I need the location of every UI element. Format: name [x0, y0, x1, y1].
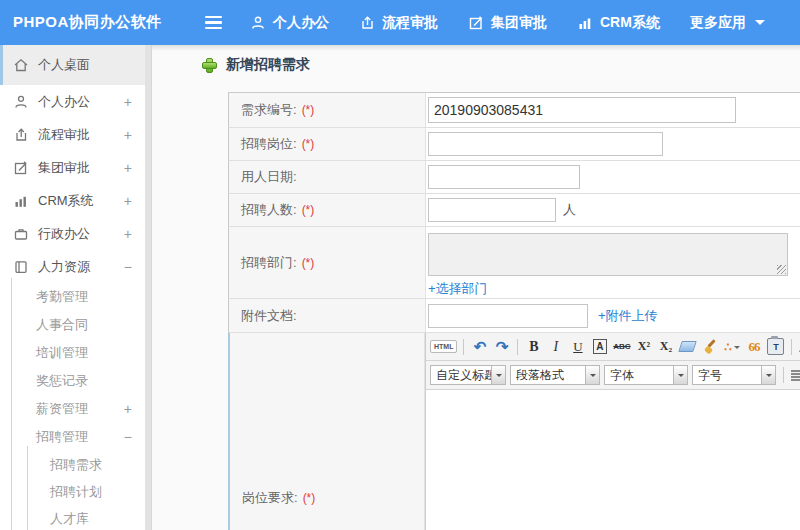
department-textarea[interactable] [428, 233, 788, 276]
eraser-icon [679, 341, 698, 352]
html-source-button[interactable]: HTML [430, 340, 457, 353]
sidebar-item-personal-office[interactable]: 个人办公 + [0, 85, 145, 118]
bold-button[interactable]: B [524, 337, 543, 357]
sidebar-item-label: 考勤管理 [36, 288, 88, 306]
select-value: 段落格式 [510, 365, 586, 385]
paragraph-format-select[interactable]: 段落格式 [510, 365, 600, 385]
sidebar-item-admin-office[interactable]: 行政办公 + [0, 217, 145, 250]
sidebar-item-label: 奖惩记录 [36, 372, 88, 390]
font-size-select[interactable]: 字号 [692, 365, 776, 385]
font-style-button[interactable]: A [593, 339, 606, 354]
sidebar-item-salary[interactable]: 薪资管理 + [0, 395, 145, 423]
process-icon [13, 127, 29, 143]
expand-icon[interactable]: + [124, 193, 132, 209]
eraser-button[interactable] [678, 337, 697, 357]
field-label: 需求编号: (*) [229, 93, 426, 127]
italic-button[interactable]: I [546, 337, 565, 357]
expand-icon[interactable]: + [124, 401, 132, 417]
field-label: 招聘人数: (*) [229, 194, 426, 226]
sidebar-item-label: 人才库 [50, 510, 89, 528]
briefcase-icon [13, 226, 29, 242]
list-style-button[interactable]: ∴ [722, 337, 741, 357]
sidebar-item-hr-contract[interactable]: 人事合同 [0, 311, 145, 339]
subscript-button[interactable]: X₂ [656, 337, 675, 357]
collapse-icon[interactable]: − [124, 259, 132, 275]
undo-icon[interactable]: ↶ [470, 337, 489, 357]
strikethrough-button[interactable]: ABC [612, 337, 631, 357]
caret-down-icon [496, 374, 502, 380]
demand-number-input[interactable] [428, 97, 736, 123]
form-row-headcount: 招聘人数: (*) 人 [228, 194, 800, 227]
attachment-upload-link[interactable]: +附件上传 [598, 307, 658, 325]
nav-label: 集团审批 [491, 14, 547, 32]
format-brush-button[interactable] [700, 337, 719, 357]
user-icon [250, 15, 266, 31]
align-left-icon[interactable] [791, 370, 800, 381]
sidebar-item-crm[interactable]: CRM系统 + [0, 184, 145, 217]
select-department-link[interactable]: +选择部门 [428, 280, 488, 298]
paste-button[interactable]: T [766, 337, 785, 357]
page-title: 新增招聘需求 [202, 56, 310, 74]
hamburger-menu-icon[interactable] [205, 16, 222, 30]
nav-item-process-approval[interactable]: 流程审批 [359, 14, 438, 32]
nav-label: 流程审批 [382, 14, 438, 32]
app-title: PHPOA协同办公软件 [0, 13, 191, 32]
sidebar-item-process-approval[interactable]: 流程审批 + [0, 118, 145, 151]
sidebar-item-label: 人事合同 [36, 316, 88, 334]
attachment-input[interactable] [428, 304, 588, 328]
editor-content-area[interactable] [426, 390, 800, 530]
nav-item-group-approval[interactable]: 集团审批 [468, 14, 547, 32]
label-text: 附件文档: [241, 307, 297, 325]
main-content: 新增招聘需求 需求编号: (*) 招聘岗位: (*) [152, 45, 800, 530]
position-input[interactable] [428, 132, 663, 156]
form-row-demand-number: 需求编号: (*) [228, 93, 800, 128]
redo-icon[interactable]: ↷ [492, 337, 511, 357]
dropdown-button[interactable] [586, 365, 600, 385]
add-plus-icon [202, 58, 217, 73]
sidebar-item-rewards[interactable]: 奖惩记录 [0, 367, 145, 395]
dropdown-button[interactable] [762, 365, 776, 385]
sidebar-item-human-resources[interactable]: 人力资源 − [0, 250, 145, 283]
sidebar-item-training[interactable]: 培训管理 [0, 339, 145, 367]
field-label: 附件文档: [229, 299, 426, 332]
label-text: 用人日期: [241, 168, 297, 186]
blockquote-button[interactable]: 66 [744, 337, 763, 357]
sidebar-item-recruit-plan[interactable]: 招聘计划 [0, 478, 145, 505]
custom-title-select[interactable]: 自定义标题 [430, 365, 506, 385]
expand-icon[interactable]: + [124, 127, 132, 143]
expand-icon[interactable]: + [124, 226, 132, 242]
font-family-select[interactable]: 字体 [604, 365, 688, 385]
rich-text-editor: HTML ↶ ↷ B I U A ABC X² X₂ [425, 333, 800, 530]
sidebar-item-label: 流程审批 [38, 126, 90, 144]
label-text: 招聘部门: [241, 254, 297, 272]
sidebar-item-label: 薪资管理 [36, 400, 88, 418]
nav-label: 个人办公 [273, 14, 329, 32]
nav-item-personal-office[interactable]: 个人办公 [250, 14, 329, 32]
sidebar-item-label: 招聘计划 [50, 483, 102, 501]
expand-icon[interactable]: + [124, 160, 132, 176]
sidebar-item-personal-desktop[interactable]: 个人桌面 [0, 45, 145, 85]
caret-down-icon [766, 374, 772, 380]
sidebar-item-talent-pool[interactable]: 人才库 [0, 505, 145, 530]
collapse-icon[interactable]: − [124, 429, 132, 445]
expand-icon[interactable]: + [124, 94, 132, 110]
nav-item-more-apps[interactable]: 更多应用 [690, 14, 765, 32]
chart-icon [577, 15, 593, 31]
underline-button[interactable]: U [568, 337, 587, 357]
superscript-button[interactable]: X² [634, 337, 653, 357]
sidebar-item-recruit-demand[interactable]: 招聘需求 [0, 451, 145, 478]
top-nav: 个人办公 流程审批 集团审批 [250, 14, 765, 32]
field-label: 用人日期: [229, 161, 426, 193]
sidebar-item-attendance[interactable]: 考勤管理 [0, 283, 145, 311]
sidebar-item-group-approval[interactable]: 集团审批 + [0, 151, 145, 184]
chart-icon [13, 193, 29, 209]
sidebar-splitter[interactable] [145, 45, 152, 530]
dropdown-button[interactable] [674, 365, 688, 385]
hire-date-input[interactable] [428, 165, 580, 189]
process-icon [359, 15, 375, 31]
dropdown-button[interactable] [492, 365, 506, 385]
nav-item-crm[interactable]: CRM系统 [577, 14, 660, 32]
sidebar-item-label: 招聘需求 [50, 456, 102, 474]
headcount-input[interactable] [428, 198, 556, 222]
sidebar-item-recruit-mgmt[interactable]: 招聘管理 − [0, 423, 145, 451]
